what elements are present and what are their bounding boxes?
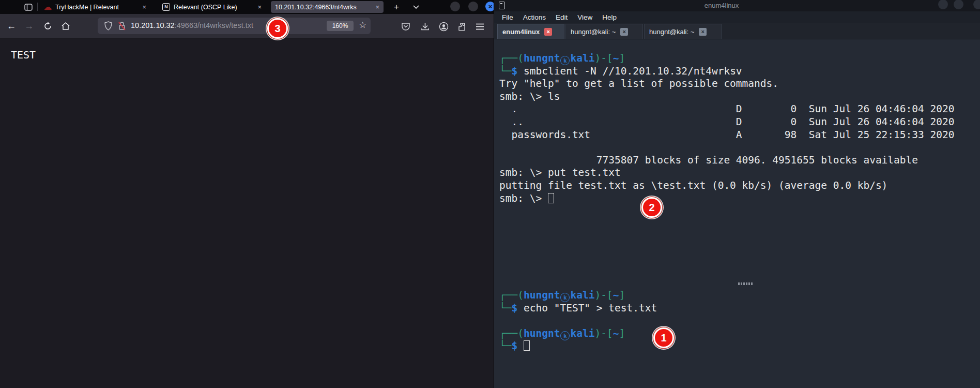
- window-maximize-button[interactable]: [468, 2, 478, 11]
- menu-edit[interactable]: Edit: [556, 13, 568, 21]
- terminal-text-segment: smb: \> put test.txt: [499, 167, 621, 178]
- browser-tab-relevant-oscp[interactable]: N Relevant (OSCP Like) ×: [158, 1, 266, 13]
- terminal-title-bar: enum4linux: [494, 0, 980, 11]
- zoom-level-badge[interactable]: 160%: [327, 21, 354, 31]
- tab-close-icon[interactable]: ×: [375, 3, 379, 11]
- terminal-line: passwords.txt A 98 Sat Jul 25 22:15:33 2…: [499, 129, 955, 142]
- terminal-output-top: ┌──(hungntkkali)-[~]└─$ smbclient -N //1…: [499, 52, 955, 205]
- download-icon[interactable]: [419, 20, 431, 33]
- terminal-screen[interactable]: ┌──(hungntkkali)-[~]└─$ smbclient -N //1…: [494, 39, 980, 388]
- terminal-tab-label: hungnt@kali: ~: [649, 28, 694, 36]
- terminal-text-segment: ]: [619, 327, 625, 339]
- screen: ☁ TryHackMe | Relevant × N Relevant (OSC…: [0, 0, 980, 388]
- menu-view[interactable]: View: [577, 13, 592, 21]
- terminal-line: 7735807 blocks of size 4096. 4951655 blo…: [499, 154, 955, 167]
- terminal-tab-kali-1[interactable]: hungnt@kali: ~ ×: [565, 24, 643, 39]
- tab-close-icon[interactable]: ×: [544, 28, 552, 36]
- terminal-text-segment: )-[: [594, 289, 612, 301]
- terminal-line: Try "help" to get a list of possible com…: [499, 78, 955, 91]
- tab-close-icon[interactable]: ×: [699, 28, 707, 36]
- reload-button[interactable]: [40, 19, 55, 33]
- pocket-icon[interactable]: [400, 20, 412, 33]
- terminal-text-segment: └─: [499, 302, 511, 314]
- firefox-view-button[interactable]: [22, 2, 35, 12]
- forward-button[interactable]: →: [22, 19, 36, 33]
- terminal-window-title: enum4linux: [494, 2, 949, 9]
- url-bar[interactable]: 10.201.10.32:49663/nt4wrksv/test.txt 160…: [98, 18, 371, 34]
- tab-title: TryHackMe | Relevant: [55, 4, 138, 11]
- browser-tab-active-url[interactable]: 10.201.10.32:49663/nt4wrks ×: [271, 1, 384, 13]
- terminal-line: . D 0 Sun Jul 26 04:46:04 2020: [499, 103, 955, 116]
- terminal-text-segment: └─: [499, 340, 511, 352]
- terminal-text-segment: ┌──(: [499, 289, 524, 301]
- tab-close-icon[interactable]: ×: [620, 28, 628, 36]
- terminal-tab-bar: enum4linux × hungnt@kali: ~ × hungnt@kal…: [494, 23, 980, 39]
- tab-close-icon[interactable]: ×: [257, 3, 262, 11]
- terminal-tab-enum4linux[interactable]: enum4linux ×: [497, 24, 564, 39]
- terminal-text-segment: k: [560, 56, 570, 65]
- terminal-line: ┌──(hungntkkali)-[~]: [499, 327, 657, 340]
- new-tab-button[interactable]: +: [390, 1, 403, 13]
- annotation-circle-1: 1: [653, 327, 674, 348]
- terminal-text-segment: smbclient -N //10.201.10.32/nt4wrksv: [517, 65, 742, 77]
- terminal-close-button[interactable]: [973, 0, 980, 9]
- tab-list-chevron-icon[interactable]: [412, 3, 420, 10]
- page-content: TEST: [0, 38, 494, 388]
- reload-icon: [43, 22, 52, 31]
- terminal-output-bottom: ┌──(hungntkkali)-[~]└─$ echo "TEST" > te…: [499, 289, 657, 353]
- firefox-window: ☁ TryHackMe | Relevant × N Relevant (OSC…: [0, 0, 494, 388]
- terminal-text-segment: hungnt: [524, 327, 560, 339]
- home-button[interactable]: [58, 19, 73, 33]
- terminal-text-segment: . D 0 Sun Jul 26 04:46:04 2020: [499, 103, 955, 115]
- terminal-line: smb: \> put test.txt: [499, 167, 955, 180]
- menu-help[interactable]: Help: [602, 13, 617, 21]
- terminal-tab-kali-2[interactable]: hungnt@kali: ~ ×: [644, 24, 722, 39]
- ellipsis-dots: [738, 282, 753, 285]
- terminal-text-segment: kali: [570, 327, 594, 339]
- hamburger-menu-icon[interactable]: [473, 20, 486, 33]
- firefox-view-icon: [24, 4, 33, 11]
- terminal-text-segment: 7735807 blocks of size 4096. 4951655 blo…: [499, 154, 918, 166]
- url-host: 10.201.10.32: [131, 21, 175, 29]
- terminal-text-segment: .. D 0 Sun Jul 26 04:46:04 2020: [499, 116, 955, 128]
- terminal-text-segment: ~: [613, 52, 619, 64]
- url-text: 10.201.10.32:49663/nt4wrksv/test.txt: [131, 21, 253, 29]
- annotation-circle-3: 3: [267, 18, 288, 39]
- tab-title: 10.201.10.32:49663/nt4wrks: [275, 4, 371, 11]
- terminal-text-segment: k: [560, 331, 570, 340]
- window-minimize-button[interactable]: [450, 2, 460, 11]
- lock-slash-icon[interactable]: [118, 21, 126, 31]
- terminal-line: smb: \> ls: [499, 91, 955, 103]
- terminal-text-segment: ~: [613, 289, 619, 301]
- url-path: :49663/nt4wrksv/test.txt: [175, 21, 253, 29]
- terminal-maximize-button[interactable]: [954, 0, 963, 9]
- terminal-text-segment: ~: [613, 327, 619, 339]
- shield-icon[interactable]: [104, 21, 112, 31]
- terminal-text-segment: kali: [570, 52, 594, 64]
- terminal-text-segment: └─: [499, 65, 511, 77]
- terminal-cursor: [548, 193, 554, 203]
- terminal-line: [499, 315, 657, 327]
- terminal-line: └─$: [499, 340, 657, 353]
- account-icon[interactable]: [437, 20, 450, 33]
- terminal-text-segment: putting file test.txt as \test.txt (0.0 …: [499, 180, 887, 191]
- terminal-tab-label: hungnt@kali: ~: [571, 28, 616, 36]
- back-button[interactable]: ←: [4, 19, 19, 33]
- home-icon: [61, 22, 70, 31]
- terminal-line: ┌──(hungntkkali)-[~]: [499, 52, 955, 65]
- annotation-circle-2: 2: [641, 197, 662, 218]
- terminal-text-segment: echo "TEST" > test.txt: [517, 302, 657, 314]
- terminal-text-segment: ┌──(: [499, 52, 524, 64]
- menu-file[interactable]: File: [502, 13, 513, 21]
- terminal-text-segment: k: [560, 293, 570, 302]
- extensions-puzzle-icon[interactable]: [455, 20, 468, 33]
- bookmark-star-icon[interactable]: ☆: [359, 20, 366, 31]
- menu-actions[interactable]: Actions: [523, 13, 546, 21]
- terminal-text-segment: kali: [570, 289, 594, 301]
- terminal-text-segment: smb: \> ls: [499, 91, 560, 102]
- browser-tab-tryhackme[interactable]: ☁ TryHackMe | Relevant ×: [40, 1, 150, 13]
- terminal-line: .. D 0 Sun Jul 26 04:46:04 2020: [499, 116, 955, 129]
- terminal-menu-bar: File Actions Edit View Help: [494, 11, 980, 23]
- tab-close-icon[interactable]: ×: [142, 3, 146, 11]
- terminal-text-segment: Try "help" to get a list of possible com…: [499, 78, 778, 89]
